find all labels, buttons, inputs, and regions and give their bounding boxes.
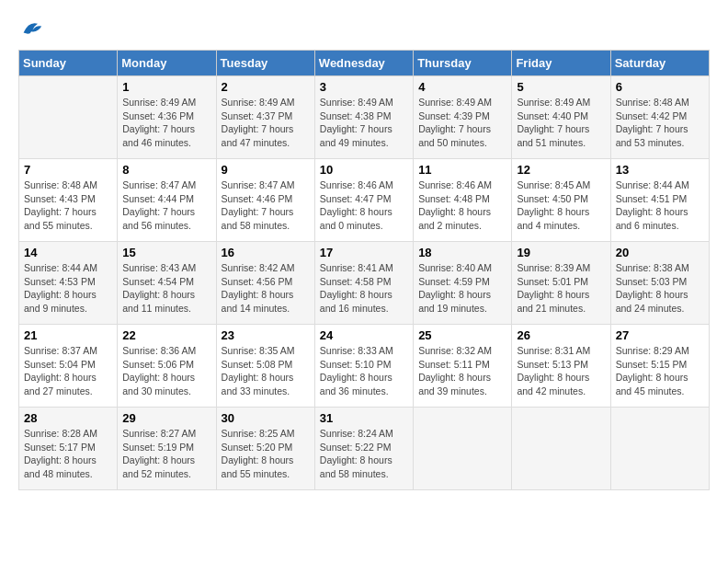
day-number: 5 xyxy=(517,80,605,94)
logo-icon xyxy=(18,15,44,40)
calendar-cell: 15Sunrise: 8:43 AMSunset: 4:54 PMDayligh… xyxy=(118,242,216,325)
day-info: Sunrise: 8:37 AMSunset: 5:04 PMDaylight:… xyxy=(24,344,112,398)
day-number: 6 xyxy=(616,80,704,94)
day-number: 26 xyxy=(517,328,605,342)
day-number: 29 xyxy=(122,411,210,425)
day-number: 10 xyxy=(320,163,408,177)
week-row-2: 7Sunrise: 8:48 AMSunset: 4:43 PMDaylight… xyxy=(19,159,710,242)
calendar-cell: 23Sunrise: 8:35 AMSunset: 5:08 PMDayligh… xyxy=(216,325,314,408)
day-header-tuesday: Tuesday xyxy=(216,51,314,76)
calendar-cell: 8Sunrise: 8:47 AMSunset: 4:44 PMDaylight… xyxy=(118,159,216,242)
day-info: Sunrise: 8:49 AMSunset: 4:37 PMDaylight:… xyxy=(222,96,310,150)
day-number: 23 xyxy=(222,328,310,342)
calendar-cell: 4Sunrise: 8:49 AMSunset: 4:39 PMDaylight… xyxy=(414,76,512,159)
day-info: Sunrise: 8:46 AMSunset: 4:48 PMDaylight:… xyxy=(418,178,506,233)
calendar-cell: 12Sunrise: 8:45 AMSunset: 4:50 PMDayligh… xyxy=(512,159,610,242)
calendar-cell: 26Sunrise: 8:31 AMSunset: 5:13 PMDayligh… xyxy=(512,325,610,408)
day-info: Sunrise: 8:49 AMSunset: 4:36 PMDaylight:… xyxy=(122,96,210,150)
day-info: Sunrise: 8:44 AMSunset: 4:51 PMDaylight:… xyxy=(616,178,704,233)
calendar-cell: 31Sunrise: 8:24 AMSunset: 5:22 PMDayligh… xyxy=(314,408,413,490)
day-info: Sunrise: 8:38 AMSunset: 5:03 PMDaylight:… xyxy=(616,261,704,316)
day-header-saturday: Saturday xyxy=(610,51,709,76)
calendar-cell: 5Sunrise: 8:49 AMSunset: 4:40 PMDaylight… xyxy=(512,76,610,159)
day-info: Sunrise: 8:49 AMSunset: 4:38 PMDaylight:… xyxy=(320,96,408,150)
week-row-3: 14Sunrise: 8:44 AMSunset: 4:53 PMDayligh… xyxy=(19,242,710,325)
day-info: Sunrise: 8:24 AMSunset: 5:22 PMDaylight:… xyxy=(320,427,408,481)
day-number: 2 xyxy=(222,80,310,94)
day-number: 15 xyxy=(122,246,210,259)
day-info: Sunrise: 8:43 AMSunset: 4:54 PMDaylight:… xyxy=(122,261,210,316)
calendar-cell: 1Sunrise: 8:49 AMSunset: 4:36 PMDaylight… xyxy=(118,76,216,159)
day-info: Sunrise: 8:48 AMSunset: 4:42 PMDaylight:… xyxy=(616,96,704,150)
calendar-cell: 14Sunrise: 8:44 AMSunset: 4:53 PMDayligh… xyxy=(19,242,118,325)
calendar-cell: 2Sunrise: 8:49 AMSunset: 4:37 PMDaylight… xyxy=(216,76,314,159)
calendar-cell: 21Sunrise: 8:37 AMSunset: 5:04 PMDayligh… xyxy=(19,325,118,408)
calendar-cell: 18Sunrise: 8:40 AMSunset: 4:59 PMDayligh… xyxy=(414,242,512,325)
day-number: 27 xyxy=(616,328,704,342)
calendar-cell: 20Sunrise: 8:38 AMSunset: 5:03 PMDayligh… xyxy=(610,242,709,325)
calendar-cell: 13Sunrise: 8:44 AMSunset: 4:51 PMDayligh… xyxy=(610,159,709,242)
day-info: Sunrise: 8:41 AMSunset: 4:58 PMDaylight:… xyxy=(320,261,408,316)
day-number: 1 xyxy=(122,80,210,94)
calendar-cell: 7Sunrise: 8:48 AMSunset: 4:43 PMDaylight… xyxy=(19,159,118,242)
calendar-cell: 17Sunrise: 8:41 AMSunset: 4:58 PMDayligh… xyxy=(314,242,413,325)
day-number: 18 xyxy=(418,246,506,259)
days-header-row: SundayMondayTuesdayWednesdayThursdayFrid… xyxy=(19,51,710,76)
week-row-4: 21Sunrise: 8:37 AMSunset: 5:04 PMDayligh… xyxy=(19,325,710,408)
calendar-cell: 29Sunrise: 8:27 AMSunset: 5:19 PMDayligh… xyxy=(118,408,216,490)
day-header-sunday: Sunday xyxy=(19,51,118,76)
day-number: 20 xyxy=(616,246,704,259)
calendar-cell xyxy=(512,408,610,490)
calendar-cell: 27Sunrise: 8:29 AMSunset: 5:15 PMDayligh… xyxy=(610,325,709,408)
calendar-cell: 19Sunrise: 8:39 AMSunset: 5:01 PMDayligh… xyxy=(512,242,610,325)
calendar-cell: 6Sunrise: 8:48 AMSunset: 4:42 PMDaylight… xyxy=(610,76,709,159)
page-header xyxy=(18,15,710,40)
calendar-cell: 3Sunrise: 8:49 AMSunset: 4:38 PMDaylight… xyxy=(314,76,413,159)
day-info: Sunrise: 8:44 AMSunset: 4:53 PMDaylight:… xyxy=(24,261,112,316)
day-number: 8 xyxy=(122,163,210,177)
calendar-cell: 11Sunrise: 8:46 AMSunset: 4:48 PMDayligh… xyxy=(414,159,512,242)
day-info: Sunrise: 8:45 AMSunset: 4:50 PMDaylight:… xyxy=(517,178,605,233)
day-header-friday: Friday xyxy=(512,51,610,76)
day-info: Sunrise: 8:32 AMSunset: 5:11 PMDaylight:… xyxy=(418,344,506,398)
day-info: Sunrise: 8:29 AMSunset: 5:15 PMDaylight:… xyxy=(616,344,704,398)
calendar-cell xyxy=(414,408,512,490)
day-number: 11 xyxy=(418,163,506,177)
day-number: 13 xyxy=(616,163,704,177)
day-info: Sunrise: 8:49 AMSunset: 4:40 PMDaylight:… xyxy=(517,96,605,150)
calendar-cell: 30Sunrise: 8:25 AMSunset: 5:20 PMDayligh… xyxy=(216,408,314,490)
week-row-5: 28Sunrise: 8:28 AMSunset: 5:17 PMDayligh… xyxy=(19,408,710,490)
day-header-monday: Monday xyxy=(118,51,216,76)
day-number: 16 xyxy=(222,246,310,259)
day-number: 30 xyxy=(222,411,310,425)
calendar-cell xyxy=(610,408,709,490)
calendar-cell: 22Sunrise: 8:36 AMSunset: 5:06 PMDayligh… xyxy=(118,325,216,408)
day-info: Sunrise: 8:35 AMSunset: 5:08 PMDaylight:… xyxy=(222,344,310,398)
calendar-cell: 28Sunrise: 8:28 AMSunset: 5:17 PMDayligh… xyxy=(19,408,118,490)
day-info: Sunrise: 8:48 AMSunset: 4:43 PMDaylight:… xyxy=(24,178,112,233)
calendar-cell: 16Sunrise: 8:42 AMSunset: 4:56 PMDayligh… xyxy=(216,242,314,325)
day-info: Sunrise: 8:42 AMSunset: 4:56 PMDaylight:… xyxy=(222,261,310,316)
day-number: 28 xyxy=(24,411,112,425)
day-header-wednesday: Wednesday xyxy=(314,51,413,76)
logo xyxy=(18,15,48,40)
day-number: 19 xyxy=(517,246,605,259)
day-info: Sunrise: 8:46 AMSunset: 4:47 PMDaylight:… xyxy=(320,178,408,233)
day-info: Sunrise: 8:40 AMSunset: 4:59 PMDaylight:… xyxy=(418,261,506,316)
calendar-cell xyxy=(19,76,118,159)
day-info: Sunrise: 8:33 AMSunset: 5:10 PMDaylight:… xyxy=(320,344,408,398)
day-info: Sunrise: 8:27 AMSunset: 5:19 PMDaylight:… xyxy=(122,427,210,481)
day-info: Sunrise: 8:36 AMSunset: 5:06 PMDaylight:… xyxy=(122,344,210,398)
week-row-1: 1Sunrise: 8:49 AMSunset: 4:36 PMDaylight… xyxy=(19,76,710,159)
day-number: 21 xyxy=(24,328,112,342)
day-info: Sunrise: 8:47 AMSunset: 4:46 PMDaylight:… xyxy=(222,178,310,233)
calendar-cell: 9Sunrise: 8:47 AMSunset: 4:46 PMDaylight… xyxy=(216,159,314,242)
day-number: 17 xyxy=(320,246,408,259)
day-number: 12 xyxy=(517,163,605,177)
day-number: 9 xyxy=(222,163,310,177)
day-info: Sunrise: 8:39 AMSunset: 5:01 PMDaylight:… xyxy=(517,261,605,316)
day-number: 24 xyxy=(320,328,408,342)
day-number: 31 xyxy=(320,411,408,425)
day-header-thursday: Thursday xyxy=(414,51,512,76)
day-number: 4 xyxy=(418,80,506,94)
